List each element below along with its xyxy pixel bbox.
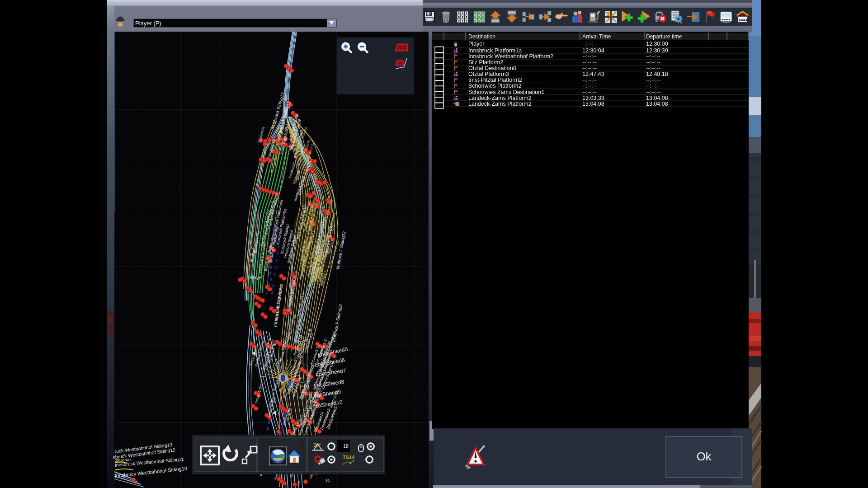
svg-text:--:--:--: --:--:-- [582,53,597,60]
svg-text:12:30:39: 12:30:39 [646,47,668,54]
svg-text:Destination: Destination [468,33,495,40]
svg-text:12:30:04: 12:30:04 [582,47,604,54]
svg-text:--:--:--: --:--:-- [646,59,660,66]
svg-text:Otztal Destination8: Otztal Destination8 [468,65,516,71]
svg-text:TS14: TS14 [343,455,355,460]
svg-text:Imst-Pitztal Platform2: Imst-Pitztal Platform2 [468,77,522,83]
svg-text:--:--:--: --:--:-- [646,77,660,83]
svg-text:--:--:--: --:--:-- [582,89,597,95]
svg-text:--:--:--: --:--:-- [582,41,597,47]
svg-text:--:--:--: --:--:-- [582,77,597,83]
svg-text:Schonwies Zams Destination1: Schonwies Zams Destination1 [468,89,544,95]
svg-text:13:03:33: 13:03:33 [582,95,604,101]
svg-text:Otztal Platform3: Otztal Platform3 [468,71,509,77]
svg-text:--:--:--: --:--:-- [646,83,660,89]
svg-text:Player: Player [468,41,484,47]
svg-text:Silz Platform2: Silz Platform2 [468,59,503,66]
svg-text:13:04:08: 13:04:08 [646,95,668,101]
svg-text:12:47:43: 12:47:43 [582,71,604,77]
svg-text:Player: Player [250,275,263,280]
svg-text:--:--:--: --:--:-- [646,53,660,60]
svg-text:--:--:--: --:--:-- [582,59,597,66]
svg-text:Player (P): Player (P) [135,20,161,27]
svg-text:30: 30 [326,479,330,483]
svg-text:9: 9 [298,480,301,484]
svg-text:Landeck-Zams Platform2: Landeck-Zams Platform2 [468,95,532,101]
svg-text:Schonwies Platform2: Schonwies Platform2 [468,83,521,89]
svg-text:13:04:08: 13:04:08 [646,101,668,107]
svg-text:Departure time: Departure time [646,33,682,40]
svg-text:12:48:18: 12:48:18 [646,71,668,77]
svg-text:Arrival Time: Arrival Time [582,33,611,40]
svg-text:12:30:00: 12:30:00 [646,41,668,47]
svg-text:--:--:--: --:--:-- [646,65,660,71]
svg-text:Innsbruck Westbahnhof Platform: Innsbruck Westbahnhof Platform2 [468,53,553,60]
svg-text:13:04:08: 13:04:08 [582,101,604,107]
svg-text:18: 18 [343,443,349,449]
svg-text:--:--:--: --:--:-- [582,65,597,71]
svg-text:--:--:--: --:--:-- [582,83,597,89]
svg-text:Ok: Ok [696,450,712,463]
svg-text:Innsbruck Platform1a: Innsbruck Platform1a [468,47,522,54]
svg-text:--:--:--: --:--:-- [646,89,660,95]
svg-text:Landeck-Zams Platform2: Landeck-Zams Platform2 [468,101,532,107]
